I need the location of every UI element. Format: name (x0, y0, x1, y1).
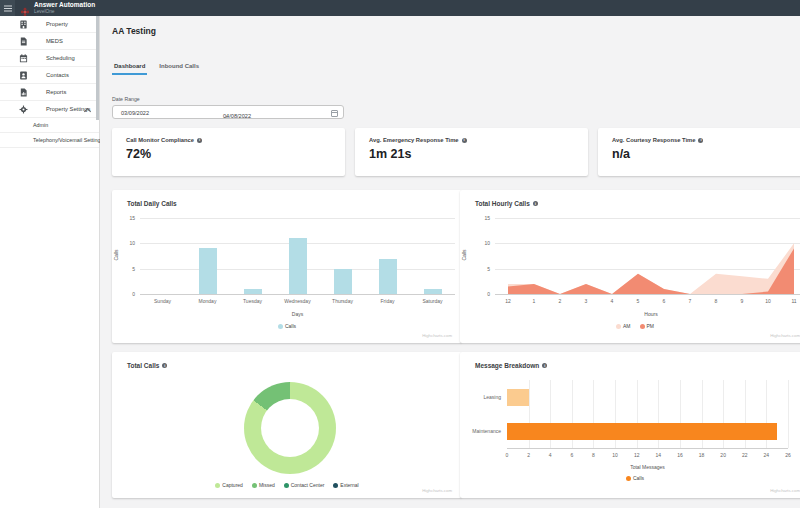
app-subtitle: LevelOne (34, 9, 95, 15)
sidebar-item-label: Telephony/Voicemail Settings (33, 137, 103, 143)
legend-marker (616, 324, 621, 329)
kpi-label-row: Avg. Courtesy Response Time (612, 137, 800, 143)
kpi-card-call-monitor-compliance: Call Monitor Compliance72% (112, 128, 345, 176)
chart-legend: AMPM (460, 323, 800, 329)
x-tick-label: 8 (585, 452, 601, 458)
legend-marker (333, 483, 338, 488)
legend-item-am[interactable]: AM (616, 323, 631, 329)
x-tick-label: 12 (629, 452, 645, 458)
category-label: Leasing (460, 394, 501, 400)
info-icon[interactable] (197, 138, 202, 143)
legend-item-missed[interactable]: Missed (252, 482, 275, 488)
x-tick-label: Sunday (140, 298, 185, 304)
sidebar-item-telephony-voicemail-settings[interactable]: Telephony/Voicemail Settings (0, 133, 99, 148)
report-icon (19, 88, 28, 97)
info-icon[interactable] (542, 363, 547, 368)
screen: Answer Automation LevelOne PropertyMEDSS… (0, 0, 800, 508)
legend-item-contact-center[interactable]: Contact Center (284, 482, 325, 488)
tab-inbound-calls[interactable]: Inbound Calls (157, 60, 201, 75)
bar-leasing[interactable] (507, 389, 529, 406)
date-range-input[interactable]: 03/09/2022 → 04/08/2022 (112, 105, 344, 119)
x-tick-label: 16 (672, 452, 688, 458)
sidebar-scrollbar[interactable] (96, 16, 99, 120)
sidebar-item-scheduling[interactable]: Scheduling (0, 50, 99, 67)
contacts-icon (19, 71, 28, 80)
info-icon[interactable] (462, 138, 467, 143)
sidebar-item-label: Reports (46, 89, 66, 95)
hamburger-bars (4, 8, 12, 9)
legend-marker (215, 483, 220, 488)
x-tick-label: Tuesday (230, 298, 275, 304)
legend-marker (252, 483, 257, 488)
sidebar-item-property[interactable]: Property (0, 16, 99, 33)
y-tick-label: 0 (460, 291, 490, 297)
x-tick-label: 2 (521, 452, 537, 458)
info-icon[interactable] (698, 138, 703, 143)
sidebar-item-meds[interactable]: MEDS (0, 33, 99, 50)
end-date-text: 04/08/2022 (223, 113, 251, 119)
calendar-icon (19, 54, 28, 63)
calendar-icon[interactable] (331, 110, 338, 117)
hourly-calls-areas[interactable] (495, 218, 800, 294)
bar-tuesday[interactable] (244, 289, 262, 294)
x-tick-label: 10 (758, 298, 778, 304)
kpi-value: n/a (612, 147, 800, 161)
sidebar-item-contacts[interactable]: Contacts (0, 67, 99, 84)
kpi-label: Avg. Emergency Response Time (369, 137, 459, 143)
legend-item-calls[interactable]: Calls (278, 323, 296, 329)
bar-saturday[interactable] (424, 289, 442, 294)
highcharts-watermark: Highcharts.com (770, 488, 800, 493)
legend-label: Contact Center (291, 482, 325, 488)
legend-item-captured[interactable]: Captured (215, 482, 243, 488)
sidebar-item-admin[interactable]: Admin (0, 118, 99, 133)
chart-legend: Calls (460, 475, 800, 481)
legend-label: Captured (222, 482, 243, 488)
x-tick-label: 6 (564, 452, 580, 458)
x-axis-line (140, 294, 455, 295)
x-tick-label: 26 (780, 452, 796, 458)
highcharts-watermark: Highcharts.com (770, 333, 800, 338)
x-axis-title: Hours (495, 311, 800, 317)
legend-label: Calls (633, 475, 644, 481)
menu-icon[interactable] (0, 0, 15, 16)
sidebar-item-reports[interactable]: Reports (0, 84, 99, 101)
gridline (140, 218, 455, 219)
x-tick-label: 11 (784, 298, 800, 304)
sidebar-item-label: Contacts (46, 72, 69, 78)
bar-wednesday[interactable] (289, 238, 307, 294)
start-date-value[interactable]: 03/09/2022 (121, 110, 149, 116)
sidebar-item-property-settings[interactable]: Property Settings (0, 101, 99, 118)
legend-item-calls[interactable]: Calls (626, 475, 644, 481)
x-tick-label: 20 (715, 452, 731, 458)
kpi-card-avg-courtesy-response-time: Avg. Courtesy Response Timen/a (598, 128, 800, 176)
total-hourly-calls-card: Total Hourly Calls051015Calls12123456789… (460, 190, 800, 343)
kpi-label-row: Call Monitor Compliance (126, 137, 345, 143)
page-title: AA Testing (112, 26, 156, 36)
x-tick-label: 2 (550, 298, 570, 304)
chart-title-row: Total Calls (127, 362, 462, 369)
info-icon[interactable] (533, 201, 538, 206)
legend-label: PM (647, 323, 655, 329)
legend-item-pm[interactable]: PM (640, 323, 655, 329)
legend-item-external[interactable]: External (333, 482, 358, 488)
x-tick-label: 4 (542, 452, 558, 458)
tab-dashboard[interactable]: Dashboard (112, 60, 147, 75)
building-icon (19, 20, 28, 29)
bar-monday[interactable] (199, 248, 217, 294)
x-tick-label: 9 (732, 298, 752, 304)
app-title: Answer Automation (34, 1, 95, 9)
chart-title: Message Breakdown (475, 362, 539, 369)
bar-maintenance[interactable] (507, 423, 777, 440)
legend-label: Missed (259, 482, 275, 488)
bar-friday[interactable] (379, 259, 397, 294)
bar-thursday[interactable] (334, 269, 352, 294)
document-icon (19, 37, 28, 46)
highcharts-watermark: Highcharts.com (422, 333, 452, 338)
x-axis-line (495, 294, 800, 295)
legend-label: AM (623, 323, 631, 329)
y-tick-label: 0 (112, 291, 135, 297)
x-tick-label: Friday (365, 298, 410, 304)
legend-marker (284, 483, 289, 488)
info-icon[interactable] (162, 363, 167, 368)
highcharts-watermark: Highcharts.com (422, 488, 452, 493)
